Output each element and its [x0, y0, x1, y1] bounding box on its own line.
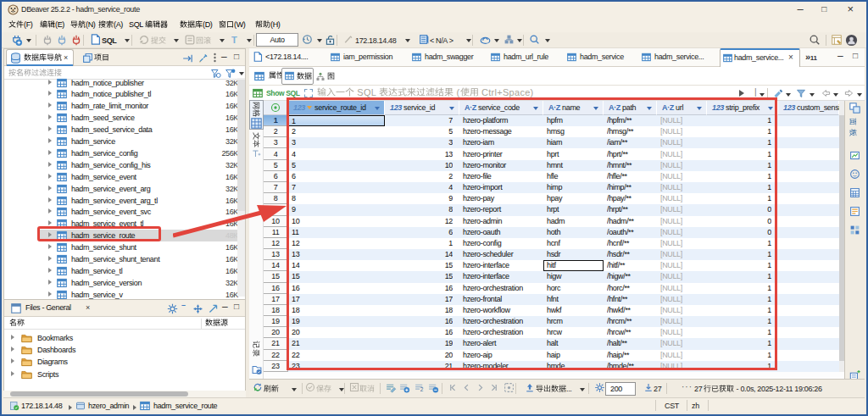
- svg-text:2: 2: [420, 386, 424, 392]
